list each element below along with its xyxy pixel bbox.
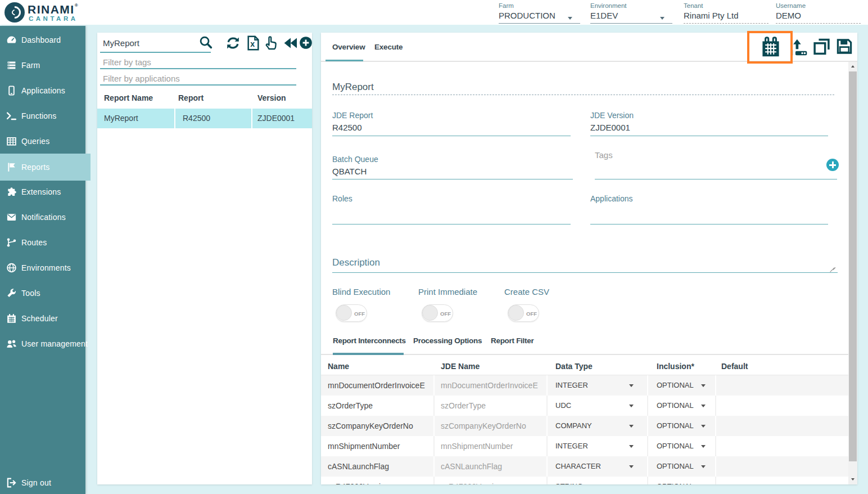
ic-cell-jde-name: szOrderType xyxy=(441,401,542,410)
search-icon[interactable] xyxy=(198,35,213,50)
roles-field[interactable] xyxy=(332,224,571,224)
scrollbar-thumb[interactable] xyxy=(849,71,857,461)
jde-version-value[interactable]: ZJDE0001 xyxy=(590,123,630,132)
inclusion-dropdown-arrow[interactable] xyxy=(701,384,706,387)
textarea-resize-handle[interactable] xyxy=(830,266,835,271)
batch-queue-value[interactable]: QBATCH xyxy=(332,167,367,176)
reports-icon xyxy=(6,162,17,173)
inclusion-dropdown-arrow[interactable] xyxy=(701,465,706,468)
inclusion-dropdown-arrow[interactable] xyxy=(701,445,706,448)
sidebar-item-applications[interactable]: Applications xyxy=(0,78,85,103)
add-report-icon[interactable] xyxy=(299,36,313,50)
filter-by-tags-input[interactable]: Filter by tags xyxy=(103,57,151,67)
ic-header-name: Name xyxy=(328,362,349,371)
ic-cell-name: szCompanyKeyOrderNo xyxy=(328,421,429,430)
applications-label: Applications xyxy=(590,194,633,203)
sidebar-item-sign-out[interactable]: Sign out xyxy=(0,470,85,494)
ic-data-type-select[interactable]: COMPANY xyxy=(555,421,592,430)
copy-icon[interactable] xyxy=(813,38,830,56)
sidebar-item-functions[interactable]: Functions xyxy=(0,103,85,128)
applications-field[interactable] xyxy=(590,224,828,224)
ic-header-inclusion: Inclusion* xyxy=(657,362,694,371)
extensions-icon xyxy=(6,186,17,197)
ic-cell-name: mnShipmentNumber xyxy=(328,442,429,451)
toggle-label-print-immediate: Print Immediate xyxy=(418,287,477,297)
header-field-farm[interactable]: FarmPRODUCTION xyxy=(499,2,580,24)
sidebar-item-tools[interactable]: Tools xyxy=(0,280,85,306)
tab-execute[interactable]: Execute xyxy=(374,43,403,51)
toggle-blind-execution[interactable]: OFF xyxy=(336,304,367,322)
ic-inclusion-select[interactable]: OPTIONAL xyxy=(657,482,694,484)
hand-pointer-icon[interactable] xyxy=(264,34,279,51)
scheduler-icon xyxy=(6,313,17,324)
interconnect-row-szOrderType: szOrderTypeszOrderTypeUDCOPTIONAL xyxy=(321,396,848,416)
signout-icon xyxy=(6,477,17,488)
sidebar-item-environments[interactable]: Environments xyxy=(0,255,85,280)
add-tag-button[interactable] xyxy=(826,159,839,171)
sidebar-item-notifications[interactable]: Notifications xyxy=(0,204,85,230)
header-label-farm: Farm xyxy=(499,2,580,9)
ic-data-type-select[interactable]: UDC xyxy=(555,401,571,410)
ic-cell-jde-name: szCompanyKeyOrderNo xyxy=(441,421,542,430)
tags-field[interactable]: Tags xyxy=(595,150,613,160)
sidebar-item-queries[interactable]: Queries xyxy=(0,128,85,154)
inclusion-dropdown-arrow[interactable] xyxy=(701,405,706,407)
refresh-icon[interactable] xyxy=(226,36,240,50)
ic-data-type-select[interactable]: INTEGER xyxy=(555,442,588,450)
sidebar-item-extensions[interactable]: Extensions xyxy=(0,179,85,204)
report-list-panel: MyReport x Filter by tags Filter by appl… xyxy=(97,33,312,484)
save-icon[interactable] xyxy=(836,38,853,55)
tab-overview[interactable]: Overview xyxy=(332,43,365,51)
rewind-icon[interactable] xyxy=(283,37,297,50)
header-value-username: DEMO xyxy=(776,11,861,20)
data-type-dropdown-arrow[interactable] xyxy=(629,405,634,407)
ic-header-data-type: Data Type xyxy=(555,362,593,371)
ic-data-type-select[interactable]: INTEGER xyxy=(555,381,588,389)
description-field[interactable] xyxy=(332,272,838,273)
ic-cell-jde-name: mnDocumentOrderInvoiceE xyxy=(441,381,542,390)
search-underline xyxy=(100,52,211,53)
inclusion-dropdown-arrow[interactable] xyxy=(701,425,706,428)
queries-icon xyxy=(6,136,17,146)
rinami-logo-icon xyxy=(4,2,25,23)
report-list-row-selected[interactable]: MyReport R42500 ZJDE0001 xyxy=(97,109,312,128)
sidebar-item-scheduler[interactable]: Scheduler xyxy=(0,306,85,331)
header-field-environment[interactable]: EnvironmentE1DEV xyxy=(590,2,672,24)
vertical-scrollbar[interactable] xyxy=(848,62,857,484)
sidebar-item-farm[interactable]: Farm xyxy=(0,52,85,78)
excel-export-icon[interactable]: x xyxy=(246,35,260,51)
ic-inclusion-select[interactable]: OPTIONAL xyxy=(657,442,694,450)
sidebar-item-dashboard[interactable]: Dashboard xyxy=(0,27,85,52)
data-type-dropdown-arrow[interactable] xyxy=(629,425,634,428)
subtab-processing-options[interactable]: Processing Options xyxy=(413,336,482,345)
sidebar-item-routes[interactable]: Routes xyxy=(0,230,85,255)
data-type-dropdown-arrow[interactable] xyxy=(629,384,634,387)
scroll-down-arrow[interactable] xyxy=(848,475,857,484)
filter-by-applications-input[interactable]: Filter by applications xyxy=(103,74,180,83)
toggle-print-immediate[interactable]: OFF xyxy=(422,304,453,322)
ic-inclusion-select[interactable]: OPTIONAL xyxy=(657,381,694,389)
ic-data-type-select[interactable]: STRING xyxy=(555,482,583,484)
ic-inclusion-select[interactable]: OPTIONAL xyxy=(657,401,694,410)
sidebar-item-reports[interactable]: Reports xyxy=(0,154,91,181)
report-search-input[interactable]: MyReport xyxy=(103,38,139,48)
data-type-dropdown-arrow[interactable] xyxy=(629,445,634,448)
list-cell-version: ZJDE0001 xyxy=(257,114,295,123)
scroll-up-arrow[interactable] xyxy=(848,62,857,71)
subtab-report-interconnects[interactable]: Report Interconnects xyxy=(333,336,406,345)
description-label: Description xyxy=(332,257,380,268)
header-label-username: Username xyxy=(776,2,861,9)
ic-inclusion-select[interactable]: OPTIONAL xyxy=(657,462,694,470)
report-title-field[interactable]: MyReport xyxy=(332,82,374,93)
ic-inclusion-select[interactable]: OPTIONAL xyxy=(657,421,694,430)
subtab-report-filter[interactable]: Report Filter xyxy=(491,336,534,345)
sidebar-item-user-management[interactable]: User management xyxy=(0,331,85,356)
ic-data-type-select[interactable]: CHARACTER xyxy=(555,462,601,470)
jde-report-value[interactable]: R42500 xyxy=(332,123,362,132)
interconnect-row-szR47002Version: szR47002VersionszR47002VersionSTRINGOPTI… xyxy=(321,477,848,484)
data-type-dropdown-arrow[interactable] xyxy=(629,465,634,468)
routes-icon xyxy=(6,237,17,248)
toggle-create-csv[interactable]: OFF xyxy=(508,304,539,322)
interconnect-row-mnShipmentNumber: mnShipmentNumbermnShipmentNumberINTEGERO… xyxy=(321,436,848,456)
list-header-version: Version xyxy=(257,93,286,102)
